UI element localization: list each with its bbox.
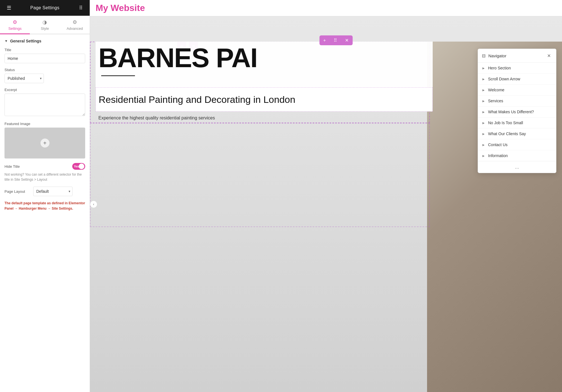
style-tab-label: Style [41,26,49,31]
featured-image-label: Featured Image [4,122,85,126]
panel-title: Page Settings [30,5,60,10]
edit-toolbar: + ⠿ ✕ [319,35,353,45]
style-tab-icon: ◑ [42,19,47,25]
general-settings-header: ▼ General Settings [4,39,85,43]
toolbar-close-btn[interactable]: ✕ [341,35,353,45]
nav-item-hero-section[interactable]: ▶ Hero Section [478,63,556,74]
status-field-group: Status Published Draft Private ▾ [4,68,85,83]
navigator-panel: ⊟ Navigator ✕ ▶ Hero Section ▶ Scroll Do… [478,49,556,173]
general-settings-label: General Settings [10,39,41,43]
canvas-area: ▦ ▦ + ⠿ ✕ BARNES PAI Reside [90,16,562,392]
nav-label-hero: Hero Section [488,66,511,70]
featured-image-plus-icon: + [40,139,49,148]
canvas-bg: ▦ ▦ + ⠿ ✕ BARNES PAI Reside [90,16,562,392]
title-label: Title [4,48,85,52]
page-layout-row: Page Layout Default Full Width No Header… [4,187,85,196]
section-toggle-icon[interactable]: ▼ [4,39,8,43]
hide-title-group: Hide Title Yes Not working? You can set … [4,163,85,182]
nav-arrow-clients: ▶ [482,132,485,135]
nav-label-no-job: No Job Is Too Small [488,121,523,125]
title-input[interactable] [4,54,85,63]
panel-header: ☰ Page Settings ⠿ [0,0,90,16]
page-layout-select-wrapper: Default Full Width No Header ▾ [33,187,73,196]
page-layout-group: Page Layout Default Full Width No Header… [4,187,85,196]
settings-tab-label: Settings [8,26,22,31]
nav-label-clients: What Our Clients Say [488,132,526,136]
hide-title-help: Not working? You can set a different sel… [4,172,85,182]
nav-arrow-what-makes: ▶ [482,110,485,114]
panel-content: ▼ General Settings Title Status Publishe… [0,34,90,392]
top-bar: My Website [90,0,562,16]
nav-label-services: Services [488,99,503,103]
page-layout-select[interactable]: Default Full Width No Header [33,187,73,196]
nav-label-scroll: Scroll Down Arrow [488,77,520,81]
advanced-tab-icon: ⚙ [73,19,77,25]
hero-subtitle-text: Residential Painting and Decorating in L… [99,93,430,106]
site-title: My Website [96,3,145,13]
nav-label-info: Information [488,153,508,158]
navigator-header: ⊟ Navigator ✕ [478,49,556,63]
hero-content: BARNES PAI Residential Painting and Deco… [96,42,433,392]
settings-tab-icon: ⚙ [13,19,17,25]
excerpt-label: Excerpt [4,88,85,92]
navigator-items-list: ▶ Hero Section ▶ Scroll Down Arrow ▶ Wel… [478,63,556,161]
nav-label-contact: Contact Us [488,142,507,147]
excerpt-textarea[interactable] [4,94,85,116]
toolbar-drag-btn[interactable]: ⠿ [330,35,341,45]
hide-title-toggle[interactable]: Yes [72,163,85,170]
status-select[interactable]: Published Draft Private [4,74,44,83]
nav-item-scroll-down[interactable]: ▶ Scroll Down Arrow [478,74,556,85]
nav-item-services[interactable]: ▶ Services [478,96,556,107]
status-label: Status [4,68,85,72]
hero-body-text: Experience the highest quality residenti… [96,112,433,124]
nav-item-clients[interactable]: ▶ What Our Clients Say [478,128,556,139]
nav-arrow-welcome: ▶ [482,89,485,92]
toggle-knob [79,164,84,169]
excerpt-field-group: Excerpt [4,88,85,117]
toolbar-add-btn[interactable]: + [319,36,330,45]
info-text: The default page template as defined in … [4,201,85,211]
hamburger-icon[interactable]: ☰ [5,4,13,12]
page-layout-label: Page Layout [4,189,30,194]
nav-item-welcome[interactable]: ▶ Welcome [478,85,556,96]
nav-arrow-no-job: ▶ [482,121,485,124]
nav-item-no-job[interactable]: ▶ No Job Is Too Small [478,117,556,128]
hero-subtitle-area: Residential Painting and Decorating in L… [96,87,433,112]
hero-big-text: BARNES PAI [98,44,427,71]
title-field-group: Title [4,48,85,63]
nav-arrow-info: ▶ [482,154,485,157]
nav-arrow-services: ▶ [482,99,485,103]
tab-style[interactable]: ◑ Style [30,16,60,34]
hero-big-text-area: BARNES PAI [96,42,433,87]
hero-divider [101,75,135,76]
main-area: My Website ▦ ▦ + ⠿ ✕ BARNES [90,0,562,392]
nav-label-what-makes: What Makes Us Different? [488,110,534,114]
grid-icon[interactable]: ⠿ [77,4,85,12]
navigator-footer[interactable]: ... [478,161,556,173]
nav-arrow-scroll: ▶ [482,78,485,81]
left-panel: ☰ Page Settings ⠿ ⚙ Settings ◑ Style ⚙ A… [0,0,90,392]
hide-title-label: Hide Title [4,164,20,169]
status-row: Published Draft Private ▾ [4,74,85,83]
nav-label-welcome: Welcome [488,88,504,92]
navigator-panel-icon: ⊟ [482,53,486,58]
hide-title-row: Hide Title Yes [4,163,85,170]
advanced-tab-label: Advanced [67,26,83,31]
collapse-panel-btn[interactable]: ‹ [90,201,97,208]
tab-settings[interactable]: ⚙ Settings [0,16,30,34]
nav-arrow-hero: ▶ [482,67,485,70]
nav-item-contact[interactable]: ▶ Contact Us [478,139,556,150]
featured-image-area[interactable]: + [4,128,85,158]
tab-advanced[interactable]: ⚙ Advanced [60,16,90,34]
nav-item-information[interactable]: ▶ Information [478,150,556,161]
panel-tabs: ⚙ Settings ◑ Style ⚙ Advanced [0,16,90,34]
navigator-title: Navigator [488,53,506,58]
featured-image-group: Featured Image + [4,122,85,158]
nav-item-what-makes[interactable]: ▶ What Makes Us Different? [478,107,556,117]
nav-arrow-contact: ▶ [482,143,485,146]
status-select-wrapper: Published Draft Private ▾ [4,74,44,83]
navigator-close-btn[interactable]: ✕ [545,52,552,59]
navigator-header-left: ⊟ Navigator [482,53,506,58]
toggle-yes-label: Yes [74,165,79,168]
